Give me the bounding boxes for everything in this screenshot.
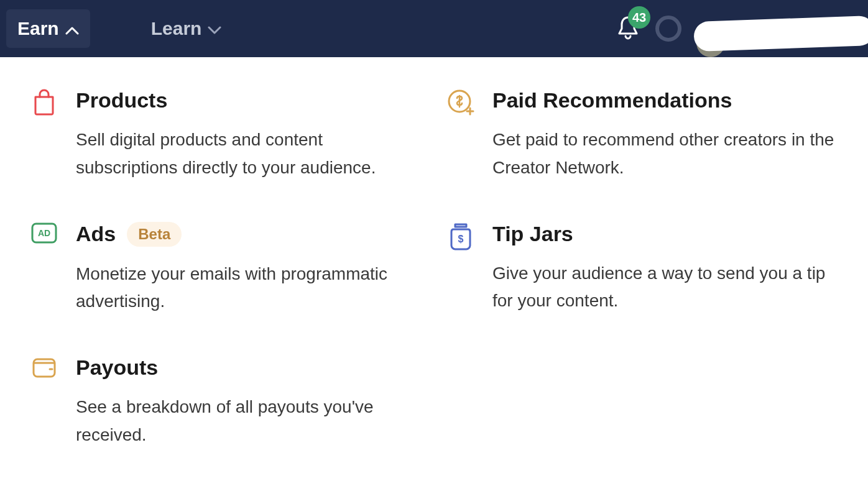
card-body: Products Sell digital products and conte… <box>76 88 422 182</box>
card-body: Payouts See a breakdown of all payouts y… <box>76 355 422 449</box>
dollar-sparkle-icon <box>446 88 475 117</box>
shopping-bag-icon <box>30 88 58 117</box>
card-title: Products <box>76 88 167 112</box>
card-body: Paid Recommendations Get paid to recomme… <box>492 88 838 182</box>
card-body: Ads Beta Monetize your emails with progr… <box>76 222 422 316</box>
earn-menu-content: Products Sell digital products and conte… <box>0 57 868 480</box>
beta-badge: Beta <box>127 222 182 247</box>
redacted-area <box>693 16 868 52</box>
chevron-down-icon <box>208 18 221 39</box>
svg-rect-4 <box>34 359 55 377</box>
wallet-icon <box>30 355 58 384</box>
card-desc: Monetize your emails with programmatic a… <box>76 260 422 316</box>
card-title: Tip Jars <box>492 222 573 246</box>
card-payouts[interactable]: Payouts See a breakdown of all payouts y… <box>30 355 422 449</box>
notifications-button[interactable]: 43 <box>613 14 643 44</box>
card-desc: Get paid to recommend other creators in … <box>492 126 838 182</box>
notification-count-badge: 43 <box>628 6 650 29</box>
nav-learn-label: Learn <box>151 18 202 39</box>
ad-icon: AD <box>30 222 58 250</box>
topbar: Earn Learn 43 <box>0 0 868 57</box>
card-title: Payouts <box>76 355 158 380</box>
tip-jar-icon: $ <box>446 222 475 250</box>
card-desc: Give your audience a way to send you a t… <box>492 260 838 316</box>
nav-earn[interactable]: Earn <box>6 9 90 48</box>
nav-earn-label: Earn <box>17 18 59 39</box>
card-products[interactable]: Products Sell digital products and conte… <box>30 88 422 182</box>
card-title: Paid Recommendations <box>492 88 732 112</box>
svg-text:$: $ <box>458 234 464 244</box>
card-desc: Sell digital products and content subscr… <box>76 126 422 182</box>
card-desc: See a breakdown of all payouts you've re… <box>76 393 422 449</box>
card-title: Ads <box>76 222 116 246</box>
chevron-up-icon <box>65 18 79 39</box>
card-paid-recommendations[interactable]: Paid Recommendations Get paid to recomme… <box>446 88 838 182</box>
svg-text:AD: AD <box>38 228 50 238</box>
card-body: Tip Jars Give your audience a way to sen… <box>492 222 838 316</box>
card-ads[interactable]: AD Ads Beta Monetize your emails with pr… <box>30 222 422 316</box>
loading-ring-icon[interactable] <box>655 16 681 42</box>
nav-learn[interactable]: Learn <box>140 9 233 48</box>
card-tip-jars[interactable]: $ Tip Jars Give your audience a way to s… <box>446 222 838 316</box>
